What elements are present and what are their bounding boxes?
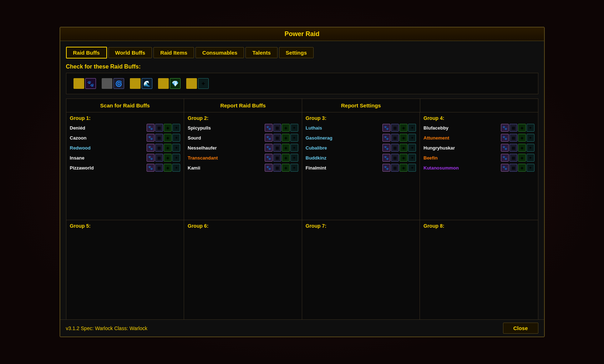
player-icons: 🐾▦◈✦ — [265, 124, 298, 132]
player-icons: 🐾▦◈✦ — [501, 154, 534, 162]
player-icon-2: ▦ — [391, 144, 399, 152]
player-name: Hungryhuskar — [423, 145, 455, 151]
player-name: Pizzaworld — [70, 165, 94, 171]
player-icon-2: ▦ — [273, 154, 281, 162]
player-icon-4: ✦ — [172, 134, 180, 142]
player-icon-4: ✦ — [527, 164, 534, 172]
player-icons: 🐾▦◈✦ — [501, 134, 534, 142]
player-name: Insane — [70, 155, 85, 161]
player-name: Blufacebby — [423, 125, 448, 131]
player-icon-3: ◈ — [282, 154, 290, 162]
player-row: Kutanosummon🐾▦◈✦ — [423, 163, 534, 172]
player-name: Deniéd — [70, 125, 85, 131]
player-icon-3: ◈ — [400, 154, 407, 162]
player-row: Hungryhuskar🐾▦◈✦ — [423, 143, 534, 152]
tab-consumables[interactable]: Consumables — [196, 47, 244, 58]
tab-settings[interactable]: Settings — [279, 47, 314, 58]
player-row: Blufacebby🐾▦◈✦ — [423, 123, 534, 132]
player-icon-3: ◈ — [282, 134, 290, 142]
content-area: Raid Buffs World Buffs Raid Items Consum… — [60, 41, 544, 334]
player-row: Nesselhaufer🐾▦◈✦ — [188, 143, 298, 152]
player-icon-2: ▦ — [273, 144, 281, 152]
player-icons: 🐾▦◈✦ — [501, 164, 534, 172]
buff-icon-2: 🌀 — [113, 78, 124, 89]
tab-world-buffs[interactable]: World Buffs — [108, 47, 152, 58]
player-icons: 🐾▦◈✦ — [147, 134, 180, 142]
player-row: Pizzaworld🐾▦◈✦ — [70, 163, 181, 172]
player-icons: 🐾▦◈✦ — [382, 144, 416, 152]
player-icons: 🐾▦◈✦ — [501, 124, 534, 132]
buff-check-3[interactable] — [130, 78, 141, 89]
player-icon-1: 🐾 — [265, 164, 273, 172]
tab-raid-buffs[interactable]: Raid Buffs — [66, 47, 107, 59]
player-name: Spicypulls — [188, 125, 211, 131]
player-icon-4: ✦ — [172, 124, 180, 132]
player-name: Gasolinerag — [306, 135, 333, 141]
close-button[interactable]: Close — [503, 323, 538, 334]
group-title-1: Group 1: — [70, 115, 181, 121]
table-header-row: Scan for Raid Buffs Report Raid Buffs Re… — [66, 99, 538, 112]
player-icon-3: ◈ — [518, 154, 526, 162]
player-row: Kamii🐾▦◈✦ — [188, 163, 298, 172]
player-icon-4: ✦ — [408, 124, 416, 132]
player-icon-1: 🐾 — [147, 154, 154, 162]
player-icon-2: ▦ — [509, 164, 517, 172]
player-icon-4: ✦ — [290, 144, 298, 152]
buff-pair-1: 🐾 — [73, 78, 96, 89]
player-icon-1: 🐾 — [501, 144, 509, 152]
version-text: v3.1.2 Spec: Warlock Class: Warlock — [66, 325, 147, 331]
group-cell-2: Group 2:Spicypulls🐾▦◈✦Sourd🐾▦◈✦Nesselhau… — [184, 112, 302, 220]
buff-pair-3: 🌊 — [130, 78, 152, 89]
player-icon-2: ▦ — [509, 124, 517, 132]
tab-talents[interactable]: Talents — [245, 47, 277, 58]
group-title-5: Group 5: — [70, 223, 181, 229]
player-name: Cazoon — [70, 135, 87, 141]
buff-icon-3: 🌊 — [142, 78, 152, 89]
player-icons: 🐾▦◈✦ — [382, 134, 416, 142]
header-scan: Scan for Raid Buffs — [66, 99, 184, 112]
player-icon-3: ◈ — [518, 144, 526, 152]
player-icon-3: ◈ — [400, 144, 407, 152]
group-title-8: Group 8: — [423, 223, 534, 229]
player-icon-3: ◈ — [164, 164, 172, 172]
player-icon-2: ▦ — [155, 154, 163, 162]
player-icon-2: ▦ — [509, 144, 517, 152]
group-cell-1: Group 1:Deniéd🐾▦◈✦Cazoon🐾▦◈✦Redwood🐾▦◈✦I… — [66, 112, 184, 220]
player-icon-2: ▦ — [509, 134, 517, 142]
player-icon-3: ◈ — [518, 164, 526, 172]
player-name: Nesselhaufer — [188, 145, 217, 151]
title-bar: Power Raid — [60, 27, 544, 41]
buff-check-2[interactable] — [102, 78, 112, 89]
buff-icons-box: 🐾 🌀 🌊 💎 ✦ — [66, 73, 538, 94]
player-icon-3: ◈ — [164, 134, 172, 142]
tab-raid-items[interactable]: Raid Items — [153, 47, 194, 58]
player-icon-1: 🐾 — [265, 144, 273, 152]
player-icon-3: ◈ — [400, 134, 407, 142]
player-name: Luthais — [306, 125, 322, 131]
player-icon-2: ▦ — [391, 134, 399, 142]
player-icons: 🐾▦◈✦ — [382, 164, 416, 172]
group-title-3: Group 3: — [306, 115, 416, 121]
player-row: Sourd🐾▦◈✦ — [188, 133, 298, 142]
player-row: Spicypulls🐾▦◈✦ — [188, 123, 298, 132]
group-cell-5: Group 5: — [66, 220, 184, 328]
buff-check-4[interactable] — [158, 78, 169, 89]
player-icon-3: ◈ — [400, 124, 407, 132]
player-icon-1: 🐾 — [147, 144, 154, 152]
player-icon-3: ◈ — [164, 154, 172, 162]
buff-check-5[interactable] — [186, 78, 197, 89]
player-icon-2: ▦ — [273, 124, 281, 132]
header-report: Report Raid Buffs — [184, 99, 302, 112]
player-row: Deniéd🐾▦◈✦ — [70, 123, 181, 132]
player-icon-2: ▦ — [155, 144, 163, 152]
group-title-6: Group 6: — [188, 223, 298, 229]
player-icon-4: ✦ — [408, 134, 416, 142]
buff-pair-4: 💎 — [158, 78, 181, 89]
player-icons: 🐾▦◈✦ — [147, 144, 180, 152]
player-icon-3: ◈ — [400, 164, 407, 172]
player-icon-1: 🐾 — [501, 124, 509, 132]
player-icon-1: 🐾 — [382, 154, 390, 162]
player-icon-1: 🐾 — [382, 134, 390, 142]
buff-check-1[interactable] — [73, 78, 84, 89]
player-row: Buddkinz🐾▦◈✦ — [306, 153, 416, 162]
